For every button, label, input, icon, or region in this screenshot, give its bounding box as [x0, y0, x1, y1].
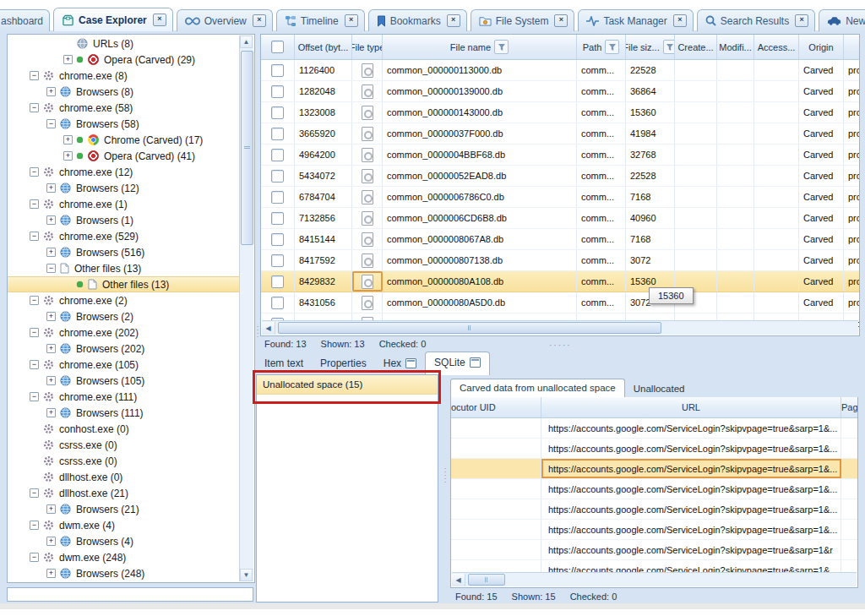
header-checkbox[interactable] [271, 41, 284, 53]
scrollbar-thumb[interactable] [241, 51, 253, 245]
cell-checkbox[interactable] [261, 81, 295, 101]
tree-item-chrome-exe-58[interactable]: −chrome.exe (58) [8, 100, 240, 116]
table-row[interactable]: 8429832common_00000080A108.dbcomm...1536… [261, 271, 859, 292]
expander-plus-icon[interactable]: + [46, 312, 56, 321]
tree-item-browsers-8[interactable]: +Browsers (8) [8, 84, 240, 100]
expander-plus-icon[interactable]: + [46, 215, 56, 225]
url-row[interactable]: https://accounts.google.com/ServiceLogin… [451, 479, 857, 499]
cell-checkbox[interactable] [261, 60, 295, 80]
expander-plus-icon[interactable]: + [63, 151, 73, 161]
expander-minus-icon[interactable]: − [30, 360, 39, 369]
popout-window-icon[interactable] [470, 357, 481, 368]
tree-item-browsers-248[interactable]: +Browsers (248) [8, 565, 240, 581]
cell-checkbox[interactable] [261, 102, 295, 123]
tree-item-chrome-carved-17[interactable]: +Chrome (Carved) (17) [8, 132, 240, 148]
table-row[interactable]: 5434072common_00000052EAD8.dbcomm...2252… [261, 166, 859, 187]
cell-checkbox[interactable] [261, 144, 295, 165]
scroll-left-icon[interactable]: ◀ [262, 322, 275, 335]
cell-checkbox[interactable] [261, 166, 295, 186]
table-row[interactable]: 8431056common_00000080A5D0.dbcomm...3072… [261, 292, 859, 313]
tree-item-browsers-111[interactable]: +Browsers (111) [8, 405, 240, 421]
row-checkbox[interactable] [271, 191, 284, 204]
table-row[interactable]: 4964200common_0000004BBF68.dbcomm...3276… [261, 144, 859, 166]
tree-vertical-scrollbar[interactable]: ▲ ▼ [239, 35, 253, 581]
column-header-origin[interactable]: Origin [799, 35, 844, 60]
tab-bookmarks[interactable]: Bookmarks× [368, 9, 467, 31]
table-row[interactable]: 3665920common_00000037F000.dbcomm...4198… [261, 123, 859, 144]
filter-funnel-icon[interactable] [494, 40, 509, 54]
tree-item-conhost-exe-0[interactable]: conhost.exe (0) [8, 421, 240, 437]
tree-item-chrome-exe-8[interactable]: −chrome.exe (8) [8, 68, 240, 84]
tab-close-icon[interactable]: × [673, 14, 687, 27]
tab-file-system[interactable]: File System× [471, 9, 575, 31]
tree-item-chrome-exe-111[interactable]: −chrome.exe (111) [8, 389, 240, 405]
table-row[interactable]: 6784704common_0000006786C0.dbcomm...7168… [261, 187, 859, 208]
table-row[interactable]: 1323008common_000000143000.dbcomm...1536… [261, 102, 859, 123]
tree-item-browsers-21[interactable]: +Browsers (21) [8, 501, 240, 517]
expander-minus-icon[interactable]: − [30, 296, 39, 305]
scroll-down-icon[interactable]: ▼ [240, 569, 253, 581]
tree-item-chrome-exe-529[interactable]: −chrome.exe (529) [8, 228, 240, 244]
expander-plus-icon[interactable]: + [63, 135, 73, 144]
expander-plus-icon[interactable]: + [46, 408, 56, 417]
row-checkbox[interactable] [271, 297, 284, 309]
url-row[interactable]: https://accounts.google.com/ServiceLogin… [451, 520, 857, 540]
tab-timeline[interactable]: Timeline× [276, 9, 365, 31]
column-header-file-type[interactable]: File type [352, 35, 383, 60]
tab-case-explorer[interactable]: Case Explorer× [53, 8, 173, 31]
tree-item-other-files-13[interactable]: Other files (13) [8, 276, 240, 292]
column-header-create[interactable]: Create... [675, 35, 717, 60]
url-row[interactable]: https://accounts.google.com/ServiceLogin… [451, 499, 857, 520]
column-header-access[interactable]: Access... [754, 35, 799, 60]
row-checkbox[interactable] [271, 170, 284, 183]
tree-item-browsers-202[interactable]: +Browsers (202) [8, 341, 240, 357]
row-checkbox[interactable] [271, 128, 284, 140]
row-checkbox[interactable] [271, 233, 284, 246]
expander-minus-icon[interactable]: − [30, 328, 39, 337]
expander-minus-icon[interactable]: − [46, 264, 56, 273]
cell-checkbox[interactable] [261, 123, 295, 144]
tree-filter-input[interactable] [7, 587, 253, 602]
tree-item-opera-carved-29[interactable]: +Opera (Carved) (29) [8, 52, 240, 68]
expander-plus-icon[interactable]: + [46, 248, 56, 257]
tab-new-belkascript[interactable]: New* - BelkaScript× [819, 9, 865, 31]
column-header-path[interactable]: Path [577, 35, 626, 60]
row-checkbox[interactable] [271, 275, 284, 288]
splitter-handle[interactable]: ····· [549, 341, 572, 350]
row-checkbox[interactable] [271, 85, 284, 98]
expander-minus-icon[interactable]: − [30, 553, 39, 562]
cell-checkbox[interactable] [261, 271, 295, 292]
row-checkbox[interactable] [271, 64, 284, 77]
tree-item-dwm-exe-4[interactable]: −dwm.exe (4) [8, 517, 240, 533]
tree-item-chrome-exe-202[interactable]: −chrome.exe (202) [8, 324, 240, 341]
scroll-up-icon[interactable]: ▲ [240, 35, 253, 48]
tree-item-browsers-105[interactable]: +Browsers (105) [8, 373, 240, 389]
expander-plus-icon[interactable]: + [46, 537, 56, 546]
expander-minus-icon[interactable]: − [30, 103, 39, 112]
tree-item-browsers-516[interactable]: +Browsers (516) [8, 244, 240, 260]
column-header-ocutor-uid[interactable]: ocutor UID [451, 397, 541, 418]
row-checkbox[interactable] [271, 212, 284, 225]
tab-close-icon[interactable]: × [345, 14, 358, 27]
expander-plus-icon[interactable]: + [63, 55, 73, 64]
expander-minus-icon[interactable]: − [30, 521, 39, 530]
expander-plus-icon[interactable]: + [46, 183, 56, 193]
tree-item-browsers-12[interactable]: +Browsers (12) [8, 180, 240, 196]
filter-funnel-icon[interactable] [605, 40, 619, 54]
row-checkbox[interactable] [271, 106, 284, 119]
h-scrollbar[interactable]: ◀ [262, 320, 858, 335]
tree-item-browsers-58[interactable]: −Browsers (58) [8, 116, 240, 132]
cell-checkbox[interactable] [261, 187, 295, 207]
table-row[interactable]: 1282048common_000000139000.dbcomm...3686… [261, 81, 859, 102]
cell-checkbox[interactable] [261, 292, 295, 313]
vertical-splitter-handle[interactable]: ···· [255, 324, 260, 338]
tree-item-urls-8[interactable]: URLs (8) [8, 35, 240, 52]
url-row[interactable]: https://accounts.google.com/ServiceLogin… [451, 459, 857, 479]
tab-close-icon[interactable]: × [795, 14, 808, 27]
tree-item-csrss-exe-0[interactable]: csrss.exe (0) [8, 453, 240, 469]
column-header-offset-byt[interactable]: Offset (byt... [295, 35, 352, 60]
table-row[interactable]: 7132856common_0000006CD6B8.dbcomm...4096… [261, 208, 859, 229]
column-header-blank[interactable] [844, 35, 860, 60]
column-header-modifi[interactable]: Modifi... [717, 35, 754, 60]
tree-item-chrome-exe-105[interactable]: −chrome.exe (105) [8, 357, 240, 373]
